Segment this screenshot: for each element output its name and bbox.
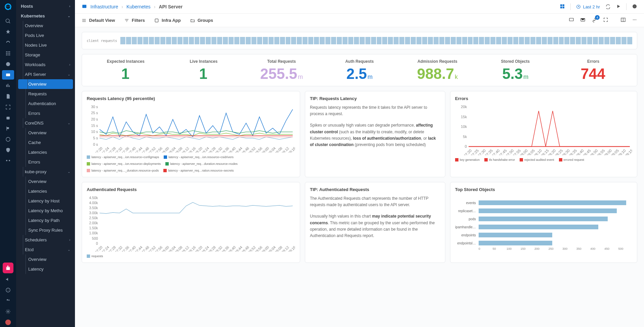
- default-view-button[interactable]: Default View: [82, 18, 115, 23]
- sidebar-item[interactable]: Nodes Live: [16, 40, 75, 50]
- crumb-infrastructure[interactable]: Infrastructure: [90, 4, 118, 9]
- sidebar-item[interactable]: Workloads›: [16, 60, 75, 69]
- svg-point-9: [5, 320, 11, 325]
- svg-text:1.50k: 1.50k: [89, 226, 98, 230]
- sidebar-item[interactable]: Errors: [16, 157, 75, 167]
- tip-text: Unusually high values in this chart may …: [310, 213, 440, 239]
- filters-button[interactable]: Filters: [124, 18, 145, 23]
- mail-icon[interactable]: [580, 17, 586, 24]
- sidebar-item[interactable]: Overview: [16, 21, 75, 31]
- infra-app-button[interactable]: Infra App: [154, 18, 181, 23]
- panel-title: TIP: Requests Latency: [310, 96, 440, 101]
- sidebar-item[interactable]: Hosts›: [16, 1, 75, 11]
- panel-title: Authenticated Requests: [87, 187, 295, 192]
- sidebar-item[interactable]: Sync Proxy Rules: [16, 225, 75, 235]
- help-icon[interactable]: ?: [2, 285, 14, 295]
- display-icon[interactable]: [569, 17, 574, 24]
- client-requests-label: client requests: [87, 39, 117, 43]
- sidebar-item[interactable]: Storage: [16, 50, 75, 60]
- sidebar-item[interactable]: Latency: [16, 264, 75, 274]
- svg-text:5k: 5k: [463, 135, 467, 139]
- sidebar-item[interactable]: Pods Live: [16, 31, 75, 40]
- svg-point-3: [6, 137, 10, 141]
- sidebar-item[interactable]: Schedulers›: [16, 235, 75, 245]
- tip-text: Requests latency represents the time it …: [310, 104, 440, 117]
- groups-button[interactable]: Groups: [190, 18, 213, 23]
- more-icon[interactable]: [632, 17, 637, 24]
- megaphone-icon[interactable]: [2, 275, 14, 284]
- grid-icon[interactable]: [2, 49, 14, 58]
- svg-point-23: [634, 19, 635, 20]
- svg-point-0: [6, 62, 10, 66]
- svg-text:0: 0: [96, 241, 98, 245]
- logo-icon[interactable]: [4, 3, 12, 12]
- panels-icon[interactable]: [620, 17, 626, 24]
- link-icon[interactable]: 4: [592, 17, 597, 24]
- requests-latency-panel: Requests Latency (95 percentile) 0 s5 s1…: [82, 91, 300, 177]
- sidebar-item[interactable]: Latencies: [16, 186, 75, 196]
- sidebar-item[interactable]: Kubernetes⌄: [16, 11, 75, 21]
- rocket-icon[interactable]: [2, 27, 14, 37]
- sidebar-item[interactable]: Errors: [16, 108, 75, 118]
- link-badge: 4: [595, 15, 600, 20]
- users-icon[interactable]: [2, 296, 14, 306]
- sidebar-item[interactable]: Latency by Host: [16, 196, 75, 206]
- svg-rect-11: [560, 4, 562, 6]
- svg-text:25 s: 25 s: [91, 111, 98, 115]
- gear-icon[interactable]: [2, 307, 14, 316]
- sidebar-item[interactable]: Overview: [16, 128, 75, 138]
- top-stored-chart: eventsreplicaset…podsipamhandle…endpoint…: [455, 195, 632, 254]
- requests-latency-chart: 0 s5 s10 s15 s20 s25 s30 s07:2007:2407:2…: [87, 104, 295, 152]
- doc-icon[interactable]: [2, 92, 14, 101]
- infrastructure-icon[interactable]: [2, 70, 14, 80]
- top-stored-panel: Top Stored Objects eventsreplicaset…pods…: [450, 182, 637, 263]
- sidebar-item[interactable]: Requests: [16, 89, 75, 99]
- svg-rect-19: [569, 18, 573, 21]
- play-icon[interactable]: [616, 4, 621, 10]
- fullscreen-icon[interactable]: [603, 17, 608, 24]
- search-icon[interactable]: [2, 16, 14, 26]
- breadcrumb: Infrastructure › Kubernetes › API Server: [82, 4, 183, 10]
- barchart-icon[interactable]: [2, 81, 14, 90]
- sidebar-item[interactable]: Cache: [16, 138, 75, 147]
- svg-rect-13: [560, 6, 562, 8]
- svg-text:2.00k: 2.00k: [89, 221, 98, 225]
- crumb-current: API Server: [159, 4, 183, 9]
- sidebar-item[interactable]: CoreDNS⌄: [16, 118, 75, 128]
- shield-icon[interactable]: [2, 145, 14, 155]
- sidebar-item[interactable]: Overview: [16, 254, 75, 264]
- binoculars-icon[interactable]: [2, 156, 14, 166]
- sidebar-item[interactable]: Latency by Path: [16, 216, 75, 225]
- panel-title: Errors: [455, 96, 632, 101]
- sidebar-item[interactable]: Overview: [18, 79, 73, 89]
- globe-icon[interactable]: [2, 135, 14, 144]
- help-circle-icon[interactable]: ?: [632, 4, 637, 10]
- dashboard-icon[interactable]: [82, 4, 87, 10]
- stat: Admission Requests988.7k: [398, 59, 476, 81]
- gift-icon[interactable]: [3, 263, 13, 273]
- stat: Stored Objects5.3m: [476, 59, 554, 81]
- sidebar-item[interactable]: Authentication: [16, 99, 75, 108]
- detect-icon[interactable]: [2, 102, 14, 112]
- crumb-kubernetes[interactable]: Kubernetes: [126, 4, 151, 9]
- robot-icon[interactable]: [2, 113, 14, 123]
- svg-text:1.00k: 1.00k: [89, 231, 98, 235]
- gauge-icon[interactable]: [2, 38, 14, 47]
- alert-icon[interactable]: [2, 59, 14, 69]
- sidebar-item[interactable]: API Server⌄: [16, 69, 75, 79]
- iconbar: ?: [0, 0, 16, 327]
- sidebar-item[interactable]: kube-proxy⌄: [16, 167, 75, 177]
- sidebar-item[interactable]: Etcd⌄: [16, 245, 75, 254]
- sidebar-item[interactable]: Latencies: [16, 147, 75, 157]
- svg-text:10k: 10k: [461, 125, 467, 129]
- sidebar-item[interactable]: Overview: [16, 177, 75, 186]
- sidebar-item[interactable]: Latency by Metho: [16, 206, 75, 216]
- svg-text:30 s: 30 s: [91, 105, 98, 109]
- grid-view-icon[interactable]: [560, 4, 565, 10]
- flag-icon[interactable]: [2, 124, 14, 133]
- refresh-icon[interactable]: [605, 4, 611, 10]
- time-range[interactable]: Last 2 hr: [576, 4, 600, 9]
- svg-text:15k: 15k: [461, 115, 467, 119]
- avatar-icon[interactable]: [2, 318, 14, 327]
- svg-point-8: [7, 311, 9, 312]
